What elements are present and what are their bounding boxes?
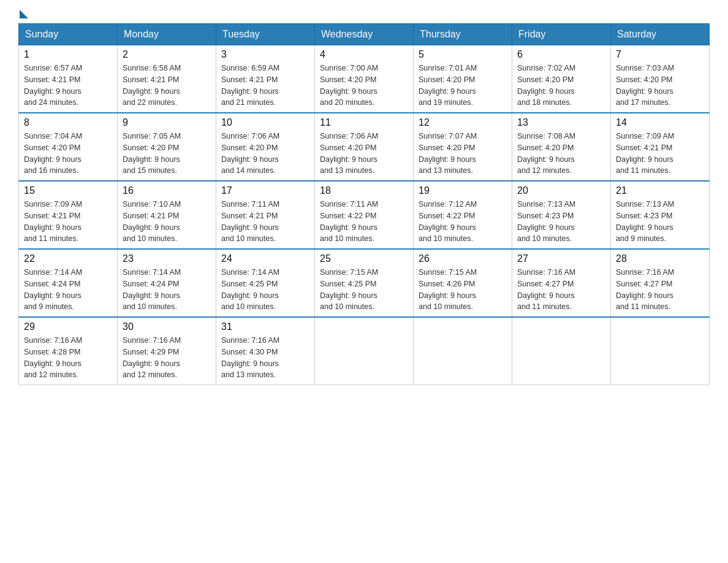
calendar-cell: 26Sunrise: 7:15 AMSunset: 4:26 PMDayligh… <box>414 249 512 317</box>
day-info: Sunrise: 7:15 AMSunset: 4:25 PMDaylight:… <box>320 267 408 313</box>
calendar-cell: 9Sunrise: 7:05 AMSunset: 4:20 PMDaylight… <box>118 113 216 181</box>
day-info: Sunrise: 7:08 AMSunset: 4:20 PMDaylight:… <box>517 131 605 177</box>
calendar-header-saturday: Saturday <box>611 24 710 45</box>
calendar-cell: 20Sunrise: 7:13 AMSunset: 4:23 PMDayligh… <box>512 181 611 249</box>
calendar-cell: 18Sunrise: 7:11 AMSunset: 4:22 PMDayligh… <box>315 181 414 249</box>
calendar-cell: 16Sunrise: 7:10 AMSunset: 4:21 PMDayligh… <box>118 181 216 249</box>
day-info: Sunrise: 6:59 AMSunset: 4:21 PMDaylight:… <box>221 63 309 109</box>
day-info: Sunrise: 7:13 AMSunset: 4:23 PMDaylight:… <box>616 199 704 245</box>
calendar-week-row: 1Sunrise: 6:57 AMSunset: 4:21 PMDaylight… <box>19 45 710 113</box>
day-info: Sunrise: 7:14 AMSunset: 4:24 PMDaylight:… <box>123 267 211 313</box>
day-number: 29 <box>24 321 112 332</box>
calendar-cell: 12Sunrise: 7:07 AMSunset: 4:20 PMDayligh… <box>414 113 512 181</box>
calendar-cell <box>512 317 611 385</box>
day-number: 3 <box>221 49 309 60</box>
calendar-cell: 31Sunrise: 7:16 AMSunset: 4:30 PMDayligh… <box>216 317 315 385</box>
calendar-header-row: SundayMondayTuesdayWednesdayThursdayFrid… <box>19 24 710 45</box>
day-info: Sunrise: 7:14 AMSunset: 4:24 PMDaylight:… <box>24 267 112 313</box>
day-number: 11 <box>320 117 408 128</box>
logo-arrow-icon <box>20 10 28 18</box>
day-number: 20 <box>517 185 605 196</box>
day-info: Sunrise: 7:16 AMSunset: 4:28 PMDaylight:… <box>24 335 112 381</box>
day-number: 31 <box>221 321 309 332</box>
day-number: 13 <box>517 117 605 128</box>
day-info: Sunrise: 7:16 AMSunset: 4:27 PMDaylight:… <box>616 267 704 313</box>
day-number: 14 <box>616 117 704 128</box>
calendar-cell <box>315 317 414 385</box>
calendar-cell: 7Sunrise: 7:03 AMSunset: 4:20 PMDaylight… <box>611 45 710 113</box>
calendar-cell: 2Sunrise: 6:58 AMSunset: 4:21 PMDaylight… <box>118 45 216 113</box>
calendar-header-wednesday: Wednesday <box>315 24 414 45</box>
day-info: Sunrise: 7:16 AMSunset: 4:30 PMDaylight:… <box>221 335 309 381</box>
day-number: 26 <box>419 253 507 264</box>
day-number: 25 <box>320 253 408 264</box>
calendar-cell: 24Sunrise: 7:14 AMSunset: 4:25 PMDayligh… <box>216 249 315 317</box>
calendar-cell: 1Sunrise: 6:57 AMSunset: 4:21 PMDaylight… <box>19 45 118 113</box>
day-info: Sunrise: 7:16 AMSunset: 4:29 PMDaylight:… <box>123 335 211 381</box>
day-number: 19 <box>419 185 507 196</box>
day-number: 1 <box>24 49 112 60</box>
day-number: 6 <box>517 49 605 60</box>
day-info: Sunrise: 7:05 AMSunset: 4:20 PMDaylight:… <box>123 131 211 177</box>
calendar-header-monday: Monday <box>118 24 216 45</box>
day-info: Sunrise: 7:16 AMSunset: 4:27 PMDaylight:… <box>517 267 605 313</box>
calendar-header-thursday: Thursday <box>414 24 512 45</box>
day-number: 16 <box>123 185 211 196</box>
calendar-week-row: 22Sunrise: 7:14 AMSunset: 4:24 PMDayligh… <box>19 249 710 317</box>
day-info: Sunrise: 6:58 AMSunset: 4:21 PMDaylight:… <box>123 63 211 109</box>
day-number: 21 <box>616 185 704 196</box>
day-info: Sunrise: 7:12 AMSunset: 4:22 PMDaylight:… <box>419 199 507 245</box>
calendar-cell: 21Sunrise: 7:13 AMSunset: 4:23 PMDayligh… <box>611 181 710 249</box>
day-info: Sunrise: 7:09 AMSunset: 4:21 PMDaylight:… <box>24 199 112 245</box>
calendar-cell: 30Sunrise: 7:16 AMSunset: 4:29 PMDayligh… <box>118 317 216 385</box>
day-info: Sunrise: 7:00 AMSunset: 4:20 PMDaylight:… <box>320 63 408 109</box>
day-info: Sunrise: 7:14 AMSunset: 4:25 PMDaylight:… <box>221 267 309 313</box>
calendar-week-row: 8Sunrise: 7:04 AMSunset: 4:20 PMDaylight… <box>19 113 710 181</box>
day-number: 10 <box>221 117 309 128</box>
calendar-cell: 15Sunrise: 7:09 AMSunset: 4:21 PMDayligh… <box>19 181 118 249</box>
day-info: Sunrise: 6:57 AMSunset: 4:21 PMDaylight:… <box>24 63 112 109</box>
calendar-cell <box>414 317 512 385</box>
calendar-cell <box>611 317 710 385</box>
calendar-cell: 28Sunrise: 7:16 AMSunset: 4:27 PMDayligh… <box>611 249 710 317</box>
day-number: 8 <box>24 117 112 128</box>
day-number: 2 <box>123 49 211 60</box>
day-info: Sunrise: 7:03 AMSunset: 4:20 PMDaylight:… <box>616 63 704 109</box>
day-info: Sunrise: 7:07 AMSunset: 4:20 PMDaylight:… <box>419 131 507 177</box>
calendar-header-sunday: Sunday <box>19 24 118 45</box>
calendar-cell: 10Sunrise: 7:06 AMSunset: 4:20 PMDayligh… <box>216 113 315 181</box>
calendar-cell: 23Sunrise: 7:14 AMSunset: 4:24 PMDayligh… <box>118 249 216 317</box>
calendar-cell: 6Sunrise: 7:02 AMSunset: 4:20 PMDaylight… <box>512 45 611 113</box>
day-number: 15 <box>24 185 112 196</box>
day-number: 30 <box>123 321 211 332</box>
day-number: 28 <box>616 253 704 264</box>
calendar-cell: 14Sunrise: 7:09 AMSunset: 4:21 PMDayligh… <box>611 113 710 181</box>
calendar-cell: 19Sunrise: 7:12 AMSunset: 4:22 PMDayligh… <box>414 181 512 249</box>
calendar-cell: 13Sunrise: 7:08 AMSunset: 4:20 PMDayligh… <box>512 113 611 181</box>
calendar-cell: 4Sunrise: 7:00 AMSunset: 4:20 PMDaylight… <box>315 45 414 113</box>
day-info: Sunrise: 7:11 AMSunset: 4:22 PMDaylight:… <box>320 199 408 245</box>
calendar-cell: 11Sunrise: 7:06 AMSunset: 4:20 PMDayligh… <box>315 113 414 181</box>
day-number: 12 <box>419 117 507 128</box>
calendar-cell: 8Sunrise: 7:04 AMSunset: 4:20 PMDaylight… <box>19 113 118 181</box>
day-number: 7 <box>616 49 704 60</box>
day-info: Sunrise: 7:10 AMSunset: 4:21 PMDaylight:… <box>123 199 211 245</box>
day-info: Sunrise: 7:01 AMSunset: 4:20 PMDaylight:… <box>419 63 507 109</box>
calendar-cell: 25Sunrise: 7:15 AMSunset: 4:25 PMDayligh… <box>315 249 414 317</box>
calendar-header-friday: Friday <box>512 24 611 45</box>
calendar-table: SundayMondayTuesdayWednesdayThursdayFrid… <box>18 23 710 385</box>
day-info: Sunrise: 7:06 AMSunset: 4:20 PMDaylight:… <box>320 131 408 177</box>
day-number: 4 <box>320 49 408 60</box>
calendar-cell: 22Sunrise: 7:14 AMSunset: 4:24 PMDayligh… <box>19 249 118 317</box>
day-info: Sunrise: 7:13 AMSunset: 4:23 PMDaylight:… <box>517 199 605 245</box>
day-info: Sunrise: 7:09 AMSunset: 4:21 PMDaylight:… <box>616 131 704 177</box>
calendar-cell: 27Sunrise: 7:16 AMSunset: 4:27 PMDayligh… <box>512 249 611 317</box>
day-info: Sunrise: 7:02 AMSunset: 4:20 PMDaylight:… <box>517 63 605 109</box>
calendar-week-row: 29Sunrise: 7:16 AMSunset: 4:28 PMDayligh… <box>19 317 710 385</box>
calendar-cell: 29Sunrise: 7:16 AMSunset: 4:28 PMDayligh… <box>19 317 118 385</box>
day-info: Sunrise: 7:04 AMSunset: 4:20 PMDaylight:… <box>24 131 112 177</box>
day-number: 22 <box>24 253 112 264</box>
day-number: 23 <box>123 253 211 264</box>
day-number: 9 <box>123 117 211 128</box>
page-header <box>18 12 710 17</box>
